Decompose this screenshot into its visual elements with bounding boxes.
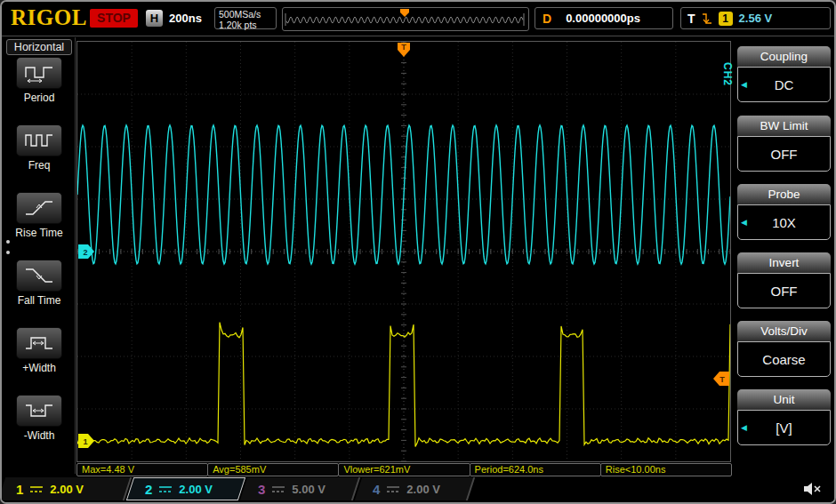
speaker-muted-icon[interactable]: [802, 482, 822, 496]
cycle-left-icon: ◀: [741, 218, 747, 227]
volts-div-value: Coarse: [762, 352, 805, 367]
rise-time-icon: [24, 198, 54, 218]
channel-2-status[interactable]: 2 2.00 V: [126, 477, 245, 500]
period-icon: [24, 63, 54, 83]
unit-title: Unit: [737, 389, 831, 410]
invert-title: Invert: [737, 252, 831, 273]
svg-text:T: T: [719, 375, 725, 384]
channel-3-number: 3: [258, 482, 265, 497]
measurement-period: Period=624.0ns: [470, 463, 601, 476]
trigger-readout[interactable]: T 1 2.56 V: [680, 7, 831, 29]
probe-title: Probe: [737, 184, 831, 204]
channel-3-status[interactable]: 3 5.00 V: [240, 477, 360, 500]
menu-unit[interactable]: Unit ◀ [V]: [737, 389, 831, 445]
dc-coupling-icon: [158, 484, 173, 494]
rise-time-label: Rise Time: [4, 227, 75, 239]
memory-depth: 1.20k pts: [219, 20, 276, 30]
freq-button[interactable]: [16, 124, 62, 156]
measurement-avg: Avg=585mV: [207, 463, 339, 476]
nwidth-label: -Width: [4, 429, 75, 442]
coupling-value: DC: [775, 77, 794, 92]
cycle-left-icon: ◀: [741, 423, 747, 432]
waveform-position-preview[interactable]: [282, 7, 529, 31]
coupling-title: Coupling: [737, 46, 831, 67]
timebase-value[interactable]: 200ns: [169, 12, 202, 25]
freq-label: Freq: [4, 159, 75, 172]
delay-readout: D 0.00000000ps: [535, 7, 673, 29]
invert-value: OFF: [771, 284, 798, 299]
menu-volts-div[interactable]: Volts/Div Coarse: [737, 321, 831, 377]
channel-3-scale: 5.00 V: [292, 483, 326, 496]
dc-coupling-icon: [386, 484, 400, 494]
coupling-value-button[interactable]: ◀ DC: [737, 67, 831, 102]
plus-width-icon: [24, 333, 54, 353]
pwidth-button[interactable]: [16, 327, 62, 359]
run-state-badge[interactable]: STOP: [90, 9, 138, 28]
channel-4-number: 4: [373, 482, 380, 497]
probe-value-button[interactable]: ◀ 10X: [737, 204, 831, 240]
oscilloscope-screen: RIGOL STOP H 200ns 500MSa/s 1.20k pts D …: [0, 0, 836, 504]
scope-display: T21T: [76, 41, 731, 462]
svg-text:1: 1: [84, 437, 88, 446]
channel-2-scale: 2.00 V: [179, 483, 213, 496]
trigger-slope-icon: [702, 12, 712, 25]
right-menu-panel: Coupling ◀ DC BW Limit OFF Probe ◀ 10X I…: [733, 41, 834, 474]
dc-coupling-icon: [29, 484, 44, 494]
probe-value: 10X: [772, 215, 796, 230]
waveform-canvas[interactable]: T21T: [77, 42, 730, 461]
menu-item-freq[interactable]: Freq: [4, 124, 75, 172]
preview-waveform-icon: [283, 8, 527, 28]
nwidth-button[interactable]: [16, 395, 62, 427]
left-menu-panel: Horizontal Period Freq: [4, 37, 76, 474]
invert-value-button[interactable]: OFF: [737, 273, 831, 308]
svg-text:T: T: [401, 43, 406, 52]
channel-4-scale: 2.00 V: [406, 483, 440, 496]
active-channel-label: CH2: [721, 62, 734, 86]
menu-item-nwidth[interactable]: -Width: [4, 395, 75, 442]
measurement-bar: Max=4.48 V Avg=585mV Vlower=621mV Period…: [76, 463, 731, 476]
menu-bw-limit[interactable]: BW Limit OFF: [737, 116, 831, 172]
menu-invert[interactable]: Invert OFF: [737, 252, 831, 308]
channel-2-number: 2: [145, 482, 152, 497]
trigger-label: T: [687, 12, 695, 26]
left-menu-title: Horizontal: [6, 39, 72, 55]
brand-logo: RIGOL: [11, 5, 87, 30]
measurement-vlower: Vlower=621mV: [338, 463, 470, 476]
period-button[interactable]: [16, 57, 62, 89]
svg-text:2: 2: [84, 248, 88, 257]
fall-time-button[interactable]: [16, 260, 62, 292]
menu-probe[interactable]: Probe ◀ 10X: [737, 184, 831, 240]
menu-item-pwidth[interactable]: +Width: [4, 327, 75, 374]
bw-limit-title: BW Limit: [737, 116, 831, 136]
minus-width-icon: [24, 401, 54, 420]
acquisition-info: 500MSa/s 1.20k pts: [214, 7, 277, 29]
trigger-level-value: 2.56 V: [739, 12, 773, 25]
fall-time-label: Fall Time: [4, 294, 75, 307]
channel-1-status[interactable]: 1 2.00 V: [0, 477, 132, 500]
channel-1-scale: 2.00 V: [50, 483, 84, 496]
menu-item-period[interactable]: Period: [4, 57, 75, 104]
menu-item-rise-time[interactable]: Rise Time: [4, 192, 75, 239]
menu-coupling[interactable]: Coupling ◀ DC: [737, 46, 831, 102]
freq-icon: [24, 131, 54, 150]
period-label: Period: [4, 92, 75, 104]
menu-item-fall-time[interactable]: Fall Time: [4, 260, 75, 307]
volts-div-title: Volts/Div: [737, 321, 831, 341]
menu-page-dot: [6, 240, 10, 244]
measurement-rise: Rise<10.00ns: [600, 463, 732, 476]
fall-time-icon: [24, 266, 54, 285]
top-status-bar: RIGOL STOP H 200ns 500MSa/s 1.20k pts D …: [2, 2, 834, 36]
bw-limit-value-button[interactable]: OFF: [737, 136, 831, 172]
rise-time-button[interactable]: [16, 192, 62, 224]
menu-page-dot: [6, 251, 10, 254]
channel-4-status[interactable]: 4 2.00 V: [355, 477, 475, 500]
preview-trigger-marker: [400, 9, 409, 17]
channel-status-bar: 1 2.00 V 2 2.00 V 3: [2, 476, 834, 502]
pwidth-label: +Width: [4, 362, 75, 374]
channel-1-number: 1: [16, 482, 23, 497]
volts-div-value-button[interactable]: Coarse: [737, 341, 831, 377]
horizontal-label: H: [146, 10, 163, 27]
bw-limit-value: OFF: [771, 147, 798, 162]
dc-coupling-icon: [271, 484, 285, 494]
unit-value-button[interactable]: ◀ [V]: [737, 410, 831, 445]
